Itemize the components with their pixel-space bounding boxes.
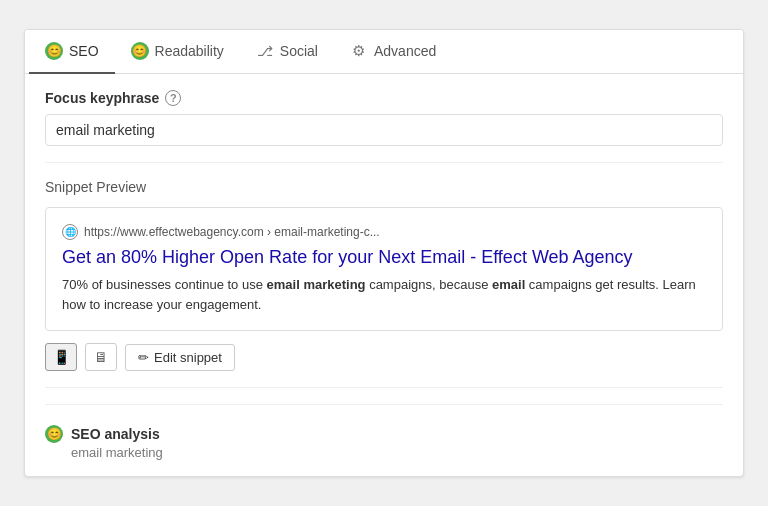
divider-1 bbox=[45, 162, 723, 163]
seo-analysis-smiley-icon: 😊 bbox=[45, 425, 63, 443]
desktop-preview-button[interactable]: 🖥 bbox=[85, 343, 117, 371]
snippet-actions: 📱 🖥 ✏ Edit snippet bbox=[45, 343, 723, 371]
tab-bar: 😊 SEO 😊 Readability ⎇ Social ⚙ Advanced bbox=[25, 30, 743, 74]
bold-email: email bbox=[492, 277, 525, 292]
tab-social[interactable]: ⎇ Social bbox=[240, 30, 334, 74]
focus-keyphrase-input[interactable] bbox=[45, 114, 723, 146]
seo-analysis-sublabel: email marketing bbox=[45, 445, 723, 460]
yoast-panel: 😊 SEO 😊 Readability ⎇ Social ⚙ Advanced … bbox=[24, 29, 744, 477]
panel-content: Focus keyphrase ? Snippet Preview 🌐 http… bbox=[25, 74, 743, 476]
seo-analysis-section: 😊 SEO analysis email marketing bbox=[45, 404, 723, 460]
seo-smiley-icon: 😊 bbox=[45, 42, 63, 60]
snippet-preview-box: 🌐 https://www.effectwebagency.com › emai… bbox=[45, 207, 723, 331]
social-share-icon: ⎇ bbox=[256, 42, 274, 60]
snippet-url-row: 🌐 https://www.effectwebagency.com › emai… bbox=[62, 224, 706, 240]
divider-2 bbox=[45, 387, 723, 388]
tab-readability-label: Readability bbox=[155, 43, 224, 59]
focus-keyphrase-section: Focus keyphrase ? bbox=[45, 90, 723, 106]
edit-snippet-label: Edit snippet bbox=[154, 350, 222, 365]
tab-seo[interactable]: 😊 SEO bbox=[29, 30, 115, 74]
seo-analysis-row: 😊 SEO analysis bbox=[45, 417, 723, 445]
tab-advanced-label: Advanced bbox=[374, 43, 436, 59]
bold-email-marketing: email marketing bbox=[267, 277, 366, 292]
tab-advanced[interactable]: ⚙ Advanced bbox=[334, 30, 452, 74]
mobile-preview-button[interactable]: 📱 bbox=[45, 343, 77, 371]
focus-keyphrase-label: Focus keyphrase bbox=[45, 90, 159, 106]
tab-readability[interactable]: 😊 Readability bbox=[115, 30, 240, 74]
snippet-preview-label: Snippet Preview bbox=[45, 179, 723, 195]
snippet-title[interactable]: Get an 80% Higher Open Rate for your Nex… bbox=[62, 246, 706, 269]
seo-analysis-label: SEO analysis bbox=[71, 426, 160, 442]
advanced-gear-icon: ⚙ bbox=[350, 42, 368, 60]
readability-smiley-icon: 😊 bbox=[131, 42, 149, 60]
snippet-url: https://www.effectwebagency.com › email-… bbox=[84, 225, 380, 239]
tab-seo-label: SEO bbox=[69, 43, 99, 59]
edit-snippet-button[interactable]: ✏ Edit snippet bbox=[125, 344, 235, 371]
pencil-icon: ✏ bbox=[138, 350, 149, 365]
help-icon[interactable]: ? bbox=[165, 90, 181, 106]
snippet-description: 70% of businesses continue to use email … bbox=[62, 275, 706, 314]
globe-icon: 🌐 bbox=[62, 224, 78, 240]
tab-social-label: Social bbox=[280, 43, 318, 59]
